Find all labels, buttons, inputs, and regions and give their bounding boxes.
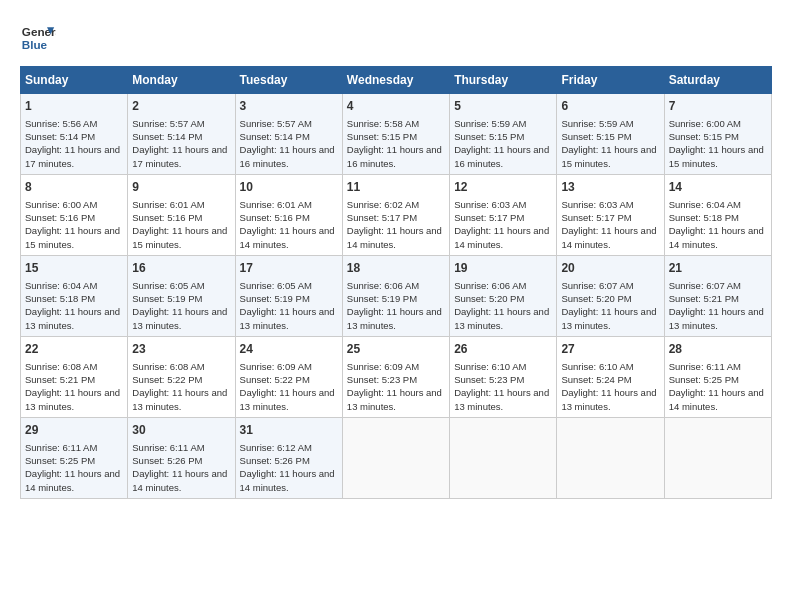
day-info: Sunset: 5:15 PM bbox=[561, 130, 659, 143]
day-number: 3 bbox=[240, 98, 338, 115]
day-number: 14 bbox=[669, 179, 767, 196]
day-info: Sunrise: 5:59 AM bbox=[561, 117, 659, 130]
day-number: 10 bbox=[240, 179, 338, 196]
day-number: 17 bbox=[240, 260, 338, 277]
day-info: Daylight: 11 hours and 13 minutes. bbox=[347, 386, 445, 413]
day-info: Sunset: 5:16 PM bbox=[25, 211, 123, 224]
day-cell: 7Sunrise: 6:00 AMSunset: 5:15 PMDaylight… bbox=[664, 94, 771, 175]
day-info: Daylight: 11 hours and 14 minutes. bbox=[669, 386, 767, 413]
day-info: Sunrise: 6:01 AM bbox=[240, 198, 338, 211]
day-info: Sunrise: 6:11 AM bbox=[25, 441, 123, 454]
day-info: Sunrise: 5:58 AM bbox=[347, 117, 445, 130]
day-info: Daylight: 11 hours and 16 minutes. bbox=[454, 143, 552, 170]
day-info: Sunrise: 6:10 AM bbox=[561, 360, 659, 373]
day-info: Sunset: 5:22 PM bbox=[240, 373, 338, 386]
day-cell bbox=[557, 417, 664, 498]
day-cell bbox=[664, 417, 771, 498]
day-info: Sunset: 5:17 PM bbox=[347, 211, 445, 224]
day-info: Daylight: 11 hours and 15 minutes. bbox=[132, 224, 230, 251]
header: General Blue bbox=[20, 20, 772, 56]
day-number: 13 bbox=[561, 179, 659, 196]
day-info: Sunrise: 6:02 AM bbox=[347, 198, 445, 211]
day-info: Sunrise: 6:08 AM bbox=[25, 360, 123, 373]
logo-icon: General Blue bbox=[20, 20, 56, 56]
day-info: Sunrise: 6:00 AM bbox=[669, 117, 767, 130]
day-info: Sunrise: 6:03 AM bbox=[454, 198, 552, 211]
col-header-saturday: Saturday bbox=[664, 67, 771, 94]
day-info: Daylight: 11 hours and 13 minutes. bbox=[25, 386, 123, 413]
day-info: Sunset: 5:20 PM bbox=[454, 292, 552, 305]
day-info: Sunrise: 6:00 AM bbox=[25, 198, 123, 211]
logo: General Blue bbox=[20, 20, 56, 56]
day-info: Daylight: 11 hours and 14 minutes. bbox=[25, 467, 123, 494]
day-info: Sunrise: 6:04 AM bbox=[25, 279, 123, 292]
day-number: 27 bbox=[561, 341, 659, 358]
day-info: Daylight: 11 hours and 13 minutes. bbox=[561, 305, 659, 332]
day-number: 9 bbox=[132, 179, 230, 196]
day-number: 21 bbox=[669, 260, 767, 277]
col-header-friday: Friday bbox=[557, 67, 664, 94]
day-cell: 16Sunrise: 6:05 AMSunset: 5:19 PMDayligh… bbox=[128, 255, 235, 336]
day-number: 16 bbox=[132, 260, 230, 277]
day-info: Daylight: 11 hours and 15 minutes. bbox=[561, 143, 659, 170]
day-number: 25 bbox=[347, 341, 445, 358]
day-info: Daylight: 11 hours and 13 minutes. bbox=[240, 386, 338, 413]
day-cell: 9Sunrise: 6:01 AMSunset: 5:16 PMDaylight… bbox=[128, 174, 235, 255]
day-info: Sunset: 5:14 PM bbox=[240, 130, 338, 143]
day-info: Sunset: 5:26 PM bbox=[240, 454, 338, 467]
day-info: Sunrise: 6:11 AM bbox=[669, 360, 767, 373]
day-cell: 14Sunrise: 6:04 AMSunset: 5:18 PMDayligh… bbox=[664, 174, 771, 255]
day-info: Sunrise: 5:56 AM bbox=[25, 117, 123, 130]
day-info: Daylight: 11 hours and 14 minutes. bbox=[132, 467, 230, 494]
day-info: Daylight: 11 hours and 13 minutes. bbox=[25, 305, 123, 332]
day-info: Sunset: 5:18 PM bbox=[669, 211, 767, 224]
day-cell bbox=[342, 417, 449, 498]
day-info: Sunrise: 6:01 AM bbox=[132, 198, 230, 211]
day-cell: 4Sunrise: 5:58 AMSunset: 5:15 PMDaylight… bbox=[342, 94, 449, 175]
day-cell: 22Sunrise: 6:08 AMSunset: 5:21 PMDayligh… bbox=[21, 336, 128, 417]
day-info: Daylight: 11 hours and 16 minutes. bbox=[347, 143, 445, 170]
day-info: Sunset: 5:19 PM bbox=[347, 292, 445, 305]
day-info: Daylight: 11 hours and 13 minutes. bbox=[132, 386, 230, 413]
day-info: Sunset: 5:20 PM bbox=[561, 292, 659, 305]
day-info: Sunrise: 6:04 AM bbox=[669, 198, 767, 211]
day-cell: 15Sunrise: 6:04 AMSunset: 5:18 PMDayligh… bbox=[21, 255, 128, 336]
day-info: Sunrise: 6:03 AM bbox=[561, 198, 659, 211]
day-info: Sunrise: 6:12 AM bbox=[240, 441, 338, 454]
header-row: SundayMondayTuesdayWednesdayThursdayFrid… bbox=[21, 67, 772, 94]
day-cell: 3Sunrise: 5:57 AMSunset: 5:14 PMDaylight… bbox=[235, 94, 342, 175]
day-info: Sunrise: 6:07 AM bbox=[669, 279, 767, 292]
day-number: 23 bbox=[132, 341, 230, 358]
day-info: Daylight: 11 hours and 15 minutes. bbox=[25, 224, 123, 251]
day-cell: 1Sunrise: 5:56 AMSunset: 5:14 PMDaylight… bbox=[21, 94, 128, 175]
day-info: Daylight: 11 hours and 13 minutes. bbox=[454, 386, 552, 413]
day-info: Daylight: 11 hours and 14 minutes. bbox=[240, 224, 338, 251]
day-info: Sunset: 5:25 PM bbox=[669, 373, 767, 386]
day-number: 4 bbox=[347, 98, 445, 115]
day-info: Sunset: 5:23 PM bbox=[454, 373, 552, 386]
day-info: Sunset: 5:15 PM bbox=[454, 130, 552, 143]
day-cell: 23Sunrise: 6:08 AMSunset: 5:22 PMDayligh… bbox=[128, 336, 235, 417]
day-info: Sunset: 5:26 PM bbox=[132, 454, 230, 467]
day-cell: 21Sunrise: 6:07 AMSunset: 5:21 PMDayligh… bbox=[664, 255, 771, 336]
week-row-5: 29Sunrise: 6:11 AMSunset: 5:25 PMDayligh… bbox=[21, 417, 772, 498]
day-number: 12 bbox=[454, 179, 552, 196]
day-cell bbox=[450, 417, 557, 498]
day-number: 30 bbox=[132, 422, 230, 439]
day-info: Daylight: 11 hours and 14 minutes. bbox=[454, 224, 552, 251]
col-header-wednesday: Wednesday bbox=[342, 67, 449, 94]
day-info: Sunset: 5:25 PM bbox=[25, 454, 123, 467]
day-number: 6 bbox=[561, 98, 659, 115]
day-number: 22 bbox=[25, 341, 123, 358]
week-row-1: 1Sunrise: 5:56 AMSunset: 5:14 PMDaylight… bbox=[21, 94, 772, 175]
day-info: Daylight: 11 hours and 13 minutes. bbox=[132, 305, 230, 332]
day-info: Sunrise: 5:57 AM bbox=[240, 117, 338, 130]
day-info: Daylight: 11 hours and 13 minutes. bbox=[669, 305, 767, 332]
day-number: 15 bbox=[25, 260, 123, 277]
day-info: Sunset: 5:15 PM bbox=[347, 130, 445, 143]
day-cell: 17Sunrise: 6:05 AMSunset: 5:19 PMDayligh… bbox=[235, 255, 342, 336]
day-cell: 11Sunrise: 6:02 AMSunset: 5:17 PMDayligh… bbox=[342, 174, 449, 255]
day-cell: 20Sunrise: 6:07 AMSunset: 5:20 PMDayligh… bbox=[557, 255, 664, 336]
day-info: Sunset: 5:21 PM bbox=[25, 373, 123, 386]
day-info: Sunset: 5:23 PM bbox=[347, 373, 445, 386]
